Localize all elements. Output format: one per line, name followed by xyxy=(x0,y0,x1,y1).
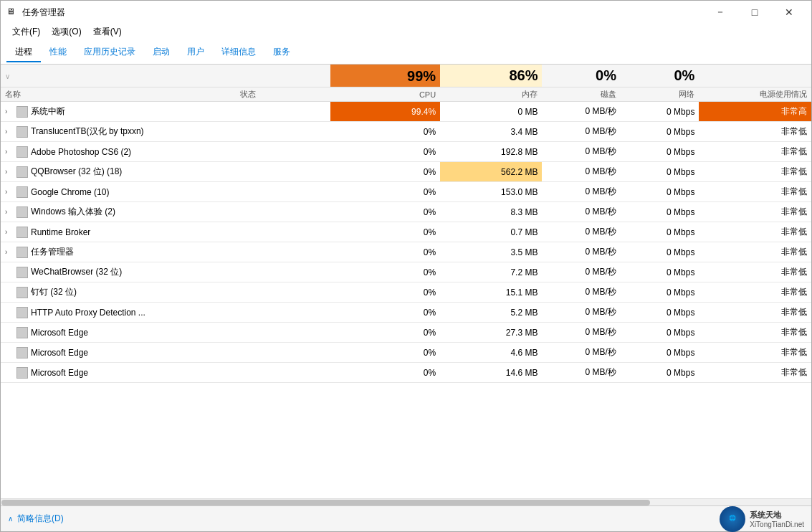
process-icon xyxy=(16,307,28,318)
td-memory: 0.7 MB xyxy=(440,222,542,242)
td-status xyxy=(236,262,330,282)
td-process-name: 钉钉 (32 位) xyxy=(1,282,236,303)
td-process-name: HTTP Auto Proxy Detection ... xyxy=(1,303,236,323)
td-disk: 0 MB/秒 xyxy=(542,122,620,142)
expand-arrow-icon[interactable]: › xyxy=(5,148,14,156)
td-memory: 7.2 MB xyxy=(440,262,542,282)
tab-services[interactable]: 服务 xyxy=(264,43,299,62)
process-icon xyxy=(16,267,28,278)
process-icon xyxy=(16,367,28,379)
table-row[interactable]: ›Adobe Photoshop CS6 (2)0%192.8 MB0 MB/秒… xyxy=(1,142,811,162)
th-disk[interactable]: 磁盘 xyxy=(542,87,620,102)
th-power[interactable]: 电源使用情况 xyxy=(699,87,811,102)
td-disk: 0 MB/秒 xyxy=(542,102,620,122)
table-row[interactable]: Microsoft Edge0%27.3 MB0 MB/秒0 Mbps非常低 xyxy=(1,323,811,343)
table-row[interactable]: ›Google Chrome (10)0%153.0 MB0 MB/秒0 Mbp… xyxy=(1,182,811,202)
td-disk: 0 MB/秒 xyxy=(542,222,620,242)
th-sort-disk[interactable]: 0% xyxy=(542,65,620,87)
td-status xyxy=(236,222,330,242)
td-cpu: 0% xyxy=(330,222,440,242)
th-sort-network[interactable]: 0% xyxy=(621,65,699,87)
th-network[interactable]: 网络 xyxy=(621,87,699,102)
close-button[interactable]: ✕ xyxy=(773,5,806,19)
tab-details[interactable]: 详细信息 xyxy=(213,43,264,62)
statusbar: ∧ 简略信息(D) 🌐 系统天地 XiTongTianDi.net xyxy=(1,505,811,531)
expand-arrow-icon[interactable]: › xyxy=(5,168,14,176)
process-table: ∨ 99% 86% 0% 0% xyxy=(1,65,811,383)
table-row[interactable]: Microsoft Edge0%14.6 MB0 MB/秒0 Mbps非常低 xyxy=(1,363,811,383)
th-sort-memory[interactable]: 86% xyxy=(440,65,542,87)
td-process-name: WeChatBrowser (32 位) xyxy=(1,262,236,282)
window-title: 任务管理器 xyxy=(22,6,65,19)
th-status[interactable]: 状态 xyxy=(236,87,330,102)
table-row[interactable]: HTTP Auto Proxy Detection ...0%5.2 MB0 M… xyxy=(1,303,811,323)
th-sort-name[interactable]: ∨ xyxy=(1,65,236,87)
tab-performance[interactable]: 性能 xyxy=(41,43,75,62)
td-status xyxy=(236,343,330,363)
process-name-label: HTTP Auto Proxy Detection ... xyxy=(31,308,145,318)
td-process-name: ›Windows 输入体验 (2) xyxy=(1,202,236,222)
table-row[interactable]: Microsoft Edge0%4.6 MB0 MB/秒0 Mbps非常低 xyxy=(1,343,811,363)
tab-process[interactable]: 进程 xyxy=(6,43,41,62)
td-power: 非常低 xyxy=(699,323,811,343)
td-disk: 0 MB/秒 xyxy=(542,182,620,202)
td-memory: 15.1 MB xyxy=(440,282,542,303)
process-icon xyxy=(16,327,28,338)
th-sort-cpu[interactable]: 99% xyxy=(330,65,440,87)
table-row[interactable]: ›Runtime Broker0%0.7 MB0 MB/秒0 Mbps非常低 xyxy=(1,222,811,242)
td-memory: 14.6 MB xyxy=(440,363,542,383)
td-status xyxy=(236,122,330,142)
th-cpu[interactable]: CPU xyxy=(330,87,440,102)
expand-arrow-icon[interactable]: › xyxy=(5,108,14,116)
cpu-percent-value: 99% xyxy=(407,68,436,84)
td-network: 0 Mbps xyxy=(621,303,699,323)
process-table-container[interactable]: ∨ 99% 86% 0% 0% xyxy=(1,65,811,498)
td-cpu: 0% xyxy=(330,262,440,282)
expand-arrow-icon[interactable]: › xyxy=(5,208,14,217)
td-disk: 0 MB/秒 xyxy=(542,162,620,182)
menu-view[interactable]: 查看(V) xyxy=(87,24,128,40)
td-cpu: 0% xyxy=(330,182,440,202)
table-row[interactable]: WeChatBrowser (32 位)0%7.2 MB0 MB/秒0 Mbps… xyxy=(1,262,811,282)
hscroll-thumb[interactable] xyxy=(1,500,650,505)
process-name-label: 任务管理器 xyxy=(31,246,74,258)
th-memory[interactable]: 内存 xyxy=(440,87,542,102)
table-row[interactable]: ›TranslucentTB(汉化 by tpxxn)0%3.4 MB0 MB/… xyxy=(1,122,811,142)
td-disk: 0 MB/秒 xyxy=(542,202,620,222)
process-name-label: QQBrowser (32 位) (18) xyxy=(31,166,122,178)
tabbar: 进程 性能 应用历史记录 启动 用户 详细信息 服务 xyxy=(1,42,811,65)
table-row[interactable]: 钉钉 (32 位)0%15.1 MB0 MB/秒0 Mbps非常低 xyxy=(1,282,811,303)
expand-arrow-icon[interactable]: › xyxy=(5,248,14,257)
menu-options[interactable]: 选项(O) xyxy=(46,24,87,40)
table-row[interactable]: ›Windows 输入体验 (2)0%8.3 MB0 MB/秒0 Mbps非常低 xyxy=(1,202,811,222)
td-disk: 0 MB/秒 xyxy=(542,282,620,303)
td-process-name: Microsoft Edge xyxy=(1,343,236,363)
td-memory: 562.2 MB xyxy=(440,162,542,182)
th-name[interactable]: 名称 xyxy=(1,87,236,102)
menu-file[interactable]: 文件(F) xyxy=(6,24,46,40)
expand-arrow-icon[interactable]: › xyxy=(5,188,14,196)
brand-icon: 🌐 xyxy=(720,506,745,532)
td-network: 0 Mbps xyxy=(621,142,699,162)
tab-startup[interactable]: 启动 xyxy=(144,43,178,62)
td-status xyxy=(236,323,330,343)
expand-arrow-icon[interactable]: › xyxy=(5,128,14,136)
td-network: 0 Mbps xyxy=(621,202,699,222)
horizontal-scrollbar[interactable] xyxy=(1,498,811,505)
td-network: 0 Mbps xyxy=(621,102,699,122)
table-row[interactable]: ›任务管理器0%3.5 MB0 MB/秒0 Mbps非常低 xyxy=(1,242,811,262)
minimize-button[interactable]: － xyxy=(704,5,737,19)
td-memory: 153.0 MB xyxy=(440,182,542,202)
main-content: ∨ 99% 86% 0% 0% xyxy=(1,65,811,505)
statusbar-summary[interactable]: ∧ 简略信息(D) xyxy=(8,513,64,525)
table-row[interactable]: ›QQBrowser (32 位) (18)0%562.2 MB0 MB/秒0 … xyxy=(1,162,811,182)
tab-users[interactable]: 用户 xyxy=(178,43,213,62)
td-process-name: ›任务管理器 xyxy=(1,242,236,262)
disk-percent-value: 0% xyxy=(596,67,616,83)
expand-arrow-icon[interactable]: › xyxy=(5,228,14,237)
maximize-button[interactable]: □ xyxy=(738,5,771,19)
th-sort-status[interactable] xyxy=(236,65,330,87)
table-row[interactable]: ›系统中断99.4%0 MB0 MB/秒0 Mbps非常高 xyxy=(1,102,811,122)
tab-app-history[interactable]: 应用历史记录 xyxy=(75,43,144,62)
th-sort-power[interactable] xyxy=(699,65,811,87)
